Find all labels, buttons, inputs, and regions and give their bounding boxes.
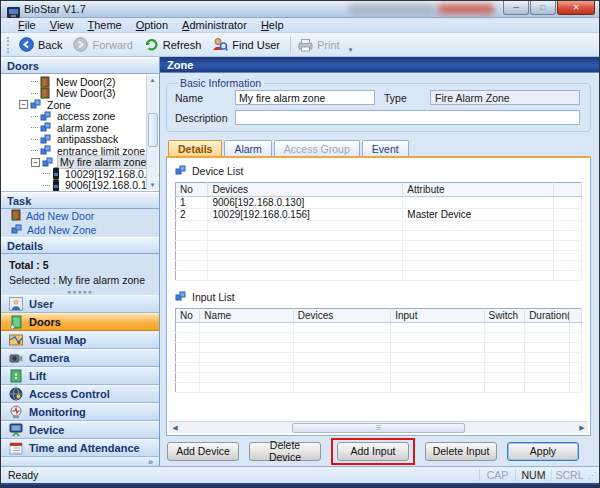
tab-alarm[interactable]: Alarm (224, 140, 271, 156)
scrollbar-thumb[interactable]: ☰ (292, 423, 466, 433)
input-list-column-devices[interactable]: Devices (293, 309, 390, 323)
add-new-door-link[interactable]: Add New Door (1, 209, 159, 223)
tree-scrollbar[interactable]: ▲ ▼ (146, 75, 158, 190)
sidebar-item-user[interactable]: User (1, 295, 159, 313)
tree-item-9006-192-168-0-130[interactable]: 9006[192.168.0.130] (3, 180, 145, 192)
menu-administrator[interactable]: Administrator (175, 19, 254, 31)
tab-details[interactable]: Details (168, 140, 222, 156)
close-button[interactable]: ✕ (557, 1, 595, 15)
find-user-button[interactable]: Find User (208, 35, 287, 54)
input-list-column-tail (569, 309, 581, 323)
tree-item-label: alarm zone (55, 122, 111, 134)
table-cell (525, 373, 570, 383)
delete-device-button[interactable]: Delete Device (249, 442, 321, 461)
sidebar-item-visual-map[interactable]: Visual Map (1, 331, 159, 349)
tree-item-10029-192-168-0-156[interactable]: 10029[192.168.0.156] (3, 168, 145, 180)
device-list-title: Device List (192, 165, 243, 177)
table-row[interactable]: 19006[192.168.0.130] (176, 197, 582, 209)
apply-button[interactable]: Apply (507, 442, 579, 461)
sidebar-item-access-control[interactable]: Access Control (1, 385, 159, 403)
find-user-label: Find User (232, 39, 280, 51)
tree-item-new-door-2[interactable]: New Door(2) (3, 76, 145, 88)
tree-item-my-fire-alarm-zone[interactable]: −My fire alarm zone (3, 157, 145, 169)
table-cell (569, 323, 581, 333)
device-list-column-no[interactable]: No (176, 183, 208, 197)
scroll-right-icon[interactable]: ▶ (576, 424, 588, 432)
name-field[interactable] (235, 90, 375, 105)
table-cell (293, 353, 390, 363)
maximize-button[interactable]: □ (530, 1, 556, 15)
menu-view[interactable]: View (43, 19, 81, 31)
sidebar-item-lift[interactable]: Lift (1, 367, 159, 385)
device-list-column-devices[interactable]: Devices (208, 183, 403, 197)
tree-item-access-zone[interactable]: access zone (3, 111, 145, 123)
input-list-column-input[interactable]: Input (391, 309, 484, 323)
tree-item-new-door-3[interactable]: New Door(3) (3, 88, 145, 100)
table-cell (293, 383, 390, 393)
sidebar-item-device[interactable]: Device (1, 421, 159, 439)
horizontal-scrollbar[interactable]: ◀ ☰ ▶ (169, 421, 588, 433)
toolbar-overflow-icon[interactable]: ▾ (349, 46, 353, 56)
device-list-column-attribute[interactable]: Attribute (403, 183, 553, 197)
sidebar-item-monitoring[interactable]: Monitoring (1, 403, 159, 421)
menu-option[interactable]: Option (129, 19, 175, 31)
device-list-table: NoDevicesAttribute19006[192.168.0.130]21… (175, 182, 582, 281)
collapse-icon[interactable]: − (19, 100, 28, 109)
table-cell (293, 323, 390, 333)
table-cell (484, 383, 525, 393)
table-cell (553, 271, 581, 281)
tab-access-group: Access Group (274, 140, 360, 156)
table-cell (403, 241, 553, 251)
input-list-column-switch[interactable]: Switch (484, 309, 525, 323)
collapse-icon[interactable]: − (31, 158, 40, 167)
menu-theme[interactable]: Theme (80, 19, 128, 31)
table-empty-row (176, 251, 582, 261)
add-new-zone-link[interactable]: Add New Zone (1, 223, 159, 237)
input-list-column-name[interactable]: Name (200, 309, 293, 323)
table-cell (569, 343, 581, 353)
table-cell (484, 333, 525, 343)
title-bar[interactable]: BioStar V1.7 ─ □ ✕ (1, 1, 599, 18)
description-field[interactable] (235, 110, 580, 125)
add-device-button[interactable]: Add Device (167, 442, 239, 461)
tab-event[interactable]: Event (362, 140, 409, 156)
scrollbar-thumb[interactable] (148, 113, 158, 147)
tree-item-antipassback[interactable]: antipassback (3, 134, 145, 146)
scroll-down-icon[interactable]: ▼ (150, 180, 156, 190)
menu-help[interactable]: Help (254, 19, 291, 31)
tree-item-label: New Door(3) (54, 87, 118, 99)
sidebar-item-camera[interactable]: Camera (1, 349, 159, 367)
panel-splitter[interactable]: ●●●●● (1, 288, 159, 295)
table-cell (293, 373, 390, 383)
input-list-icon (175, 291, 187, 304)
add-input-button[interactable]: Add Input (337, 442, 409, 461)
minimize-button[interactable]: ─ (503, 1, 529, 15)
tree-connector (31, 93, 38, 94)
zone-icon (11, 224, 23, 237)
table-row[interactable]: 210029[192.168.0.156]Master Device (176, 209, 582, 221)
tree-connector (43, 185, 50, 186)
table-cell (484, 363, 525, 373)
tree-item-alarm-zone[interactable]: alarm zone (3, 122, 145, 134)
table-cell (569, 383, 581, 393)
menu-file[interactable]: File (11, 19, 43, 31)
table-cell (200, 343, 293, 353)
scroll-left-icon[interactable]: ◀ (169, 424, 181, 432)
device-list-column-tail (553, 183, 581, 197)
resize-grip[interactable]: ⋰ (587, 471, 599, 480)
refresh-button[interactable]: Refresh (140, 35, 209, 54)
sidebar-item-time-and-attendance[interactable]: Time and Attendance (1, 439, 159, 457)
input-list-column-duration-ms[interactable]: Duration(ms) (525, 309, 570, 323)
table-cell (484, 323, 525, 333)
sidebar-item-doors[interactable]: Doors (1, 313, 159, 331)
input-list-column-no[interactable]: No (176, 309, 200, 323)
table-cell (569, 353, 581, 363)
back-button[interactable]: Back (15, 35, 69, 54)
table-empty-row (176, 261, 582, 271)
tree-item-zone[interactable]: −Zone (3, 99, 145, 111)
toolbar-grip (7, 37, 11, 53)
delete-input-button[interactable]: Delete Input (425, 442, 497, 461)
table-cell (176, 363, 200, 373)
doors-icon (9, 315, 23, 329)
scroll-up-icon[interactable]: ▲ (150, 75, 156, 85)
